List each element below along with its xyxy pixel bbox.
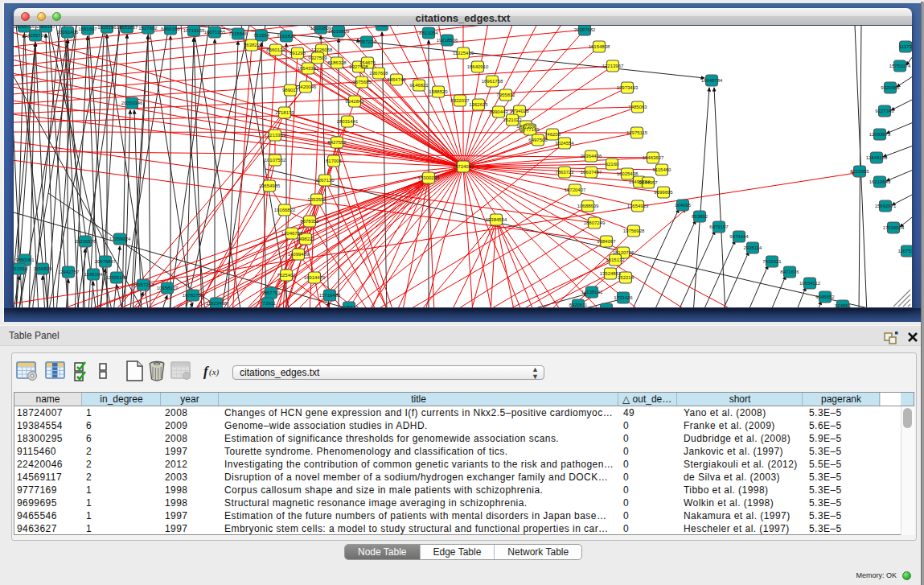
svg-text:7163822: 7163822	[277, 34, 296, 39]
svg-text:12213369: 12213369	[265, 133, 286, 138]
svg-text:7863722: 7863722	[555, 170, 574, 175]
svg-text:15751074: 15751074	[889, 64, 911, 68]
svg-text:1916196: 1916196	[97, 26, 117, 30]
svg-text:7485063: 7485063	[628, 105, 647, 109]
svg-text:3267130: 3267130	[315, 178, 335, 183]
svg-text:11173: 11173	[899, 44, 912, 49]
svg-text:15692971: 15692971	[875, 204, 897, 208]
svg-text:7515546: 7515546	[228, 31, 248, 36]
svg-text:16210643: 16210643	[869, 179, 891, 184]
svg-text:8215955: 8215955	[850, 169, 869, 174]
svg-text:19756928: 19756928	[623, 229, 645, 233]
svg-text:12975115: 12975115	[626, 130, 648, 135]
svg-text:763822: 763822	[244, 43, 261, 47]
svg-text:6466160: 6466160	[161, 27, 180, 31]
svg-text:19654985: 19654985	[259, 183, 281, 188]
svg-text:18120746: 18120746	[613, 250, 634, 255]
svg-text:8813054: 8813054	[419, 31, 438, 35]
svg-text:62160: 62160	[606, 162, 619, 167]
svg-text:3024554: 3024554	[555, 141, 574, 146]
svg-text:1167534: 1167534	[898, 249, 912, 253]
svg-text:12093873: 12093873	[869, 132, 891, 137]
svg-text:16154808: 16154808	[589, 44, 610, 49]
svg-text:7625402: 7625402	[277, 273, 296, 278]
svg-text:20091406: 20091406	[57, 30, 79, 35]
svg-text:2718170: 2718170	[275, 110, 294, 115]
svg-text:1498222: 1498222	[296, 237, 315, 241]
svg-text:891295: 891295	[290, 51, 306, 56]
svg-text:18640910: 18640910	[467, 64, 489, 69]
svg-text:9245652: 9245652	[815, 295, 835, 299]
svg-text:7632621: 7632621	[762, 259, 782, 264]
svg-text:761124: 761124	[374, 26, 390, 27]
svg-text:16543342: 16543342	[298, 66, 319, 71]
svg-text:18807249: 18807249	[584, 220, 606, 225]
svg-text:12213967: 12213967	[602, 64, 624, 68]
svg-text:9857791: 9857791	[261, 290, 281, 295]
svg-text:20206576: 20206576	[75, 239, 97, 244]
svg-text:17016504: 17016504	[883, 225, 905, 230]
svg-text:9329966: 9329966	[881, 85, 900, 90]
svg-text:10958107: 10958107	[157, 286, 179, 290]
svg-text:995221: 995221	[598, 307, 615, 307]
svg-text:8427552: 8427552	[327, 140, 347, 145]
svg-text:6497508: 6497508	[528, 138, 548, 142]
svg-text:10607487: 10607487	[581, 170, 602, 175]
svg-text:893892: 893892	[692, 214, 708, 219]
svg-text:16033809: 16033809	[328, 29, 350, 34]
svg-text:17957253: 17957253	[133, 282, 154, 287]
svg-text:1621022: 1621022	[503, 117, 522, 122]
svg-text:391594: 391594	[14, 266, 28, 271]
svg-text:10653267: 10653267	[117, 26, 138, 30]
svg-text:17046785: 17046785	[281, 231, 303, 236]
svg-text:28031441: 28031441	[337, 119, 359, 124]
svg-text:13654923: 13654923	[627, 204, 649, 208]
svg-text:9474444: 9474444	[729, 234, 749, 239]
svg-text:19463627: 19463627	[643, 155, 664, 160]
svg-text:14055724: 14055724	[25, 33, 47, 38]
svg-text:10719155: 10719155	[183, 28, 205, 33]
svg-text:924561: 924561	[835, 303, 852, 307]
svg-text:9115460: 9115460	[653, 167, 672, 172]
svg-text:18055726: 18055726	[14, 26, 35, 29]
svg-text:9794028: 9794028	[510, 109, 529, 113]
svg-text:9777169: 9777169	[520, 127, 540, 132]
svg-text:14099489: 14099489	[288, 252, 310, 257]
svg-text:16914479: 16914479	[304, 275, 326, 280]
svg-text:252214: 252214	[618, 275, 634, 280]
svg-text:16671355: 16671355	[204, 30, 226, 35]
svg-text:20364436: 20364436	[581, 154, 602, 159]
svg-text:817006: 817006	[326, 159, 343, 163]
svg-text:18724007: 18724007	[453, 164, 474, 169]
svg-text:1353594: 1353594	[307, 197, 326, 202]
svg-text:8678352: 8678352	[300, 219, 319, 224]
svg-text:6879197: 6879197	[709, 225, 729, 229]
svg-text:15720407: 15720407	[565, 187, 586, 192]
svg-text:1527602: 1527602	[138, 26, 158, 31]
svg-text:7955812: 7955812	[496, 93, 515, 97]
svg-text:9844957: 9844957	[639, 180, 658, 185]
svg-text:8990443: 8990443	[489, 109, 508, 114]
svg-text:20053346: 20053346	[121, 101, 143, 105]
svg-text:19384554: 19384554	[486, 217, 507, 222]
svg-text:1362615: 1362615	[469, 102, 488, 107]
svg-text:9357224: 9357224	[357, 39, 376, 44]
svg-text:19166822: 19166822	[274, 208, 296, 212]
svg-text:20975867: 20975867	[95, 259, 117, 264]
svg-text:10025438: 10025438	[617, 171, 639, 176]
svg-text:8471676: 8471676	[780, 270, 799, 274]
svg-text:3675685: 3675685	[352, 80, 372, 84]
svg-text:10688609: 10688609	[577, 204, 599, 208]
svg-text:10654112: 10654112	[799, 281, 821, 286]
svg-text:989017: 989017	[282, 88, 299, 93]
svg-text:1588520: 1588520	[429, 89, 448, 94]
svg-text:18300295: 18300295	[418, 175, 440, 180]
svg-text:746206: 746206	[544, 132, 561, 137]
svg-text:9242843: 9242843	[345, 99, 364, 104]
svg-text:2367608: 2367608	[369, 71, 388, 76]
svg-text:8186328: 8186328	[327, 60, 347, 65]
svg-text:9850061: 9850061	[15, 257, 35, 262]
svg-text:1145194: 1145194	[84, 272, 104, 277]
svg-text:17359924: 17359924	[109, 237, 131, 241]
svg-text:1681697: 1681697	[78, 27, 97, 31]
